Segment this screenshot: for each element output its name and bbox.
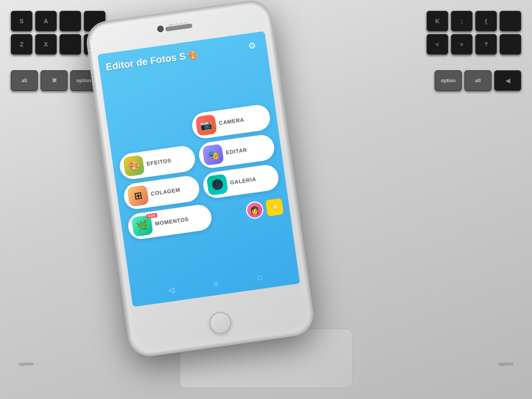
- key-blank3: [59, 34, 81, 55]
- menu-grid: 📷 CAMERA 🎨 EFEITOS 🎭 EDITA: [108, 57, 291, 287]
- effects-icon: 🎨: [123, 155, 145, 177]
- back-nav-icon[interactable]: ◁: [168, 285, 175, 295]
- app-content: Editor de Fotos S 🎨 ⚙ 📷 CAMERA: [97, 31, 300, 307]
- new-badge: NEW: [146, 212, 157, 218]
- edit-icon: 🎭: [202, 143, 224, 165]
- key-gt: >: [451, 34, 473, 55]
- key-blank-r1: [500, 11, 521, 31]
- key-s: S: [11, 11, 32, 31]
- option-label-right: option: [498, 361, 514, 367]
- key-alt-right: alt: [464, 70, 491, 91]
- key-z: Z: [11, 34, 32, 55]
- collage-label: COLAGEM: [150, 187, 181, 196]
- moments-label: MOMENTOS: [155, 216, 189, 227]
- collage-button[interactable]: ⊞ COLAGEM: [122, 174, 201, 210]
- option-label-left: option: [19, 361, 34, 367]
- key-alt-left: alt: [11, 70, 38, 91]
- moments-icon-wrapper: 🌿 NEW: [131, 215, 154, 237]
- home-button[interactable]: [208, 311, 232, 335]
- key-option-right: option: [435, 70, 462, 91]
- key-blank-r2: [500, 34, 521, 55]
- key-semicolon: ;: [451, 11, 473, 31]
- home-nav-icon[interactable]: ○: [212, 278, 219, 289]
- keyboard-keys-mid-left: alt ⌘ option: [11, 70, 97, 91]
- camera-icon-wrapper: 📷: [195, 114, 217, 136]
- key-curly-open: {: [475, 11, 497, 31]
- recent-nav-icon[interactable]: □: [257, 274, 262, 282]
- key-blank1: [59, 11, 81, 31]
- effects-label: EFEITOS: [147, 157, 172, 167]
- key-question: ?: [475, 34, 497, 55]
- phone-screen: Editor de Fotos S 🎨 ⚙ 📷 CAMERA: [97, 31, 300, 307]
- edit-button[interactable]: 🎭 EDITAR: [197, 133, 276, 169]
- key-a: A: [35, 11, 57, 31]
- camera-label: CAMERA: [218, 117, 244, 126]
- keyboard-keys-top-right: K ; { < > ?: [427, 11, 521, 55]
- key-lt: <: [427, 34, 448, 55]
- collage-icon: ⊞: [127, 184, 149, 207]
- keyboard-keys-mid-right: option alt ◀: [435, 70, 521, 91]
- key-arrow: ◀: [494, 70, 521, 91]
- key-x: X: [35, 34, 57, 55]
- edit-label: EDITAR: [225, 147, 248, 155]
- key-cmd: ⌘: [41, 70, 68, 91]
- profile-sticker: 👩: [245, 200, 264, 220]
- settings-icon[interactable]: ⚙: [248, 39, 261, 53]
- camera-button[interactable]: 📷 CAMERA: [190, 103, 271, 140]
- effects-button[interactable]: 🎨 EFEITOS: [118, 144, 196, 181]
- key-k: K: [427, 11, 448, 31]
- gallery-icon: 🌑: [207, 174, 229, 196]
- front-camera: [157, 25, 164, 33]
- sticker-area: 👩 🏷️: [245, 197, 284, 220]
- gallery-button[interactable]: 🌑 GALERIA: [202, 163, 280, 200]
- moments-button[interactable]: 🌿 NEW MOMENTOS: [127, 203, 213, 241]
- gallery-label: GALERIA: [230, 176, 257, 186]
- title-emoji: 🎨: [187, 49, 199, 61]
- camera-icon: 📷: [195, 114, 217, 136]
- gold-sticker: 🏷️: [265, 198, 284, 216]
